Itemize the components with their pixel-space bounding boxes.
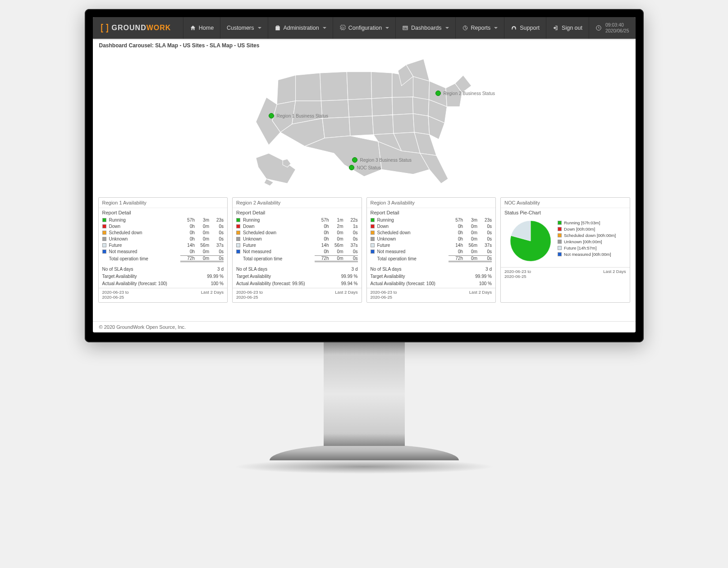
- panel-region2: Region 2 AvailabilityReport Detail Runni…: [232, 197, 362, 303]
- status-swatch: [102, 231, 106, 235]
- panels-row: Region 1 AvailabilityReport Detail Runni…: [93, 195, 636, 306]
- us-map: Region 1 Business Status Region 2 Busine…: [93, 51, 636, 195]
- nav-configuration[interactable]: Configuration: [333, 17, 395, 39]
- legend-swatch: [558, 246, 562, 250]
- date-range: 2020-06-23 to 2020-06-25: [102, 290, 129, 300]
- detail-row-future: Future 14h56m37s: [371, 242, 492, 248]
- status-swatch: [371, 243, 375, 247]
- kv-actual: Actual Availability (forecast: 100)100 %: [371, 280, 492, 287]
- breadcrumb: Dashboard Carousel: SLA Map - US Sites -…: [93, 39, 636, 51]
- detail-row-running: Running 57h3m23s: [371, 217, 492, 223]
- noc-legend: Running [57h:03m]Down [00h:00m]Scheduled…: [558, 218, 623, 264]
- status-swatch: [371, 218, 375, 222]
- panel-title: NOC Availability: [501, 198, 630, 208]
- clock: 09:03:402020/06/25: [589, 17, 636, 39]
- map-pin-region2[interactable]: Region 2 Business Status: [435, 91, 495, 96]
- panel-title: Region 2 Availability: [233, 198, 362, 208]
- date-range: 2020-06-23 to 2020-06-25: [236, 290, 263, 300]
- status-swatch: [236, 243, 240, 247]
- status-swatch: [236, 250, 240, 254]
- map-pin-region1[interactable]: Region 1 Business Status: [269, 113, 329, 118]
- nav-reports[interactable]: Reports: [455, 17, 504, 39]
- status-swatch: [236, 224, 240, 228]
- panel-title: Region 3 Availability: [367, 198, 496, 208]
- detail-row-scheduled: Scheduled down 0h0m0s: [236, 229, 358, 236]
- detail-row-unknown: Unknown 0h0m0s: [371, 236, 492, 242]
- status-swatch: [236, 218, 240, 222]
- noc-subtitle: Status Pie-Chart: [504, 210, 626, 215]
- clipboard-icon: [275, 25, 281, 31]
- panel-title: Region 1 Availability: [99, 198, 228, 208]
- status-dot-icon: [349, 165, 354, 170]
- detail-row-scheduled: Scheduled down 0h0m0s: [371, 229, 492, 236]
- nav-customers[interactable]: Customers: [220, 17, 267, 39]
- chevron-down-icon: [323, 27, 326, 29]
- report-detail-heading: Report Detail: [102, 210, 224, 215]
- chevron-down-icon: [494, 27, 498, 29]
- detail-row-running: Running 57h3m23s: [102, 217, 224, 223]
- date-range-label: Last 2 Days: [201, 290, 224, 300]
- legend-item: Future [14h:57m]: [558, 245, 623, 250]
- detail-row-total: Total operation time 72h 0m 0s: [102, 254, 224, 263]
- status-dot-icon: [352, 157, 357, 163]
- kv-sla-days: No of SLA days3 d: [102, 265, 224, 273]
- reports-icon: [462, 25, 468, 31]
- gears-icon: [339, 25, 346, 31]
- kv-target: Target Availability99.99 %: [371, 273, 492, 280]
- legend-item: Running [57h:03m]: [558, 220, 623, 225]
- report-detail-heading: Report Detail: [236, 210, 358, 215]
- status-swatch: [371, 231, 375, 235]
- kv-actual: Actual Availability (forecast: 99.95)99.…: [236, 280, 358, 287]
- panel-noc: NOC Availability Status Pie-Chart Runnin…: [500, 197, 630, 303]
- status-swatch: [236, 237, 240, 241]
- panel-region1: Region 1 AvailabilityReport Detail Runni…: [98, 197, 228, 303]
- clock-icon: [595, 25, 602, 31]
- detail-row-future: Future 14h56m37s: [236, 242, 358, 248]
- detail-row-total: Total operation time 72h 0m 0s: [236, 254, 358, 263]
- nav-support[interactable]: Support: [504, 17, 546, 39]
- detail-row-scheduled: Scheduled down 0h0m0s: [102, 229, 224, 236]
- detail-row-unknown: Unknown 0h0m0s: [236, 236, 358, 242]
- legend-item: Unknown [00h:00m]: [558, 239, 623, 244]
- date-range-label: Last 2 Days: [603, 269, 626, 279]
- top-nav: [ ] GROUNDWORK Home Customers Administra…: [93, 17, 636, 39]
- chevron-down-icon: [385, 27, 389, 29]
- legend-item: Scheduled down [00h:00m]: [558, 233, 623, 238]
- nav-administration[interactable]: Administration: [268, 17, 333, 39]
- kv-target: Target Availability99.99 %: [236, 273, 358, 280]
- legend-swatch: [558, 252, 562, 256]
- status-swatch: [371, 224, 375, 228]
- detail-row-notmeasured: Not measured 0h0m0s: [102, 248, 224, 254]
- nav-signout[interactable]: Sign out: [546, 17, 589, 39]
- date-range: 2020-06-23 to 2020-06-25: [504, 269, 531, 279]
- detail-row-future: Future 14h56m37s: [102, 242, 224, 248]
- detail-row-unknown: Unknown 0h0m0s: [102, 236, 224, 242]
- status-swatch: [371, 250, 375, 254]
- status-swatch: [102, 237, 106, 241]
- date-range-label: Last 2 Days: [335, 290, 357, 300]
- status-swatch: [236, 231, 240, 235]
- nav-home[interactable]: Home: [183, 17, 220, 39]
- status-swatch: [102, 224, 106, 228]
- status-swatch: [102, 250, 106, 254]
- map-pin-noc[interactable]: NOC Status: [349, 165, 381, 170]
- detail-row-down: Down 0h0m0s: [102, 223, 224, 229]
- nav-dashboards[interactable]: Dashboards: [395, 17, 455, 39]
- map-pin-region3[interactable]: Region 3 Business Status: [352, 157, 412, 163]
- detail-row-notmeasured: Not measured 0h0m0s: [371, 248, 492, 254]
- detail-row-total: Total operation time 72h 0m 0s: [371, 254, 492, 263]
- logo: [ ] GROUNDWORK: [93, 17, 179, 39]
- date-range-label: Last 2 Days: [469, 290, 492, 300]
- detail-row-running: Running 57h1m22s: [236, 217, 358, 223]
- report-detail-heading: Report Detail: [371, 210, 492, 215]
- kv-sla-days: No of SLA days3 d: [371, 265, 492, 273]
- detail-row-down: Down 0h2m1s: [236, 223, 358, 229]
- status-dot-icon: [435, 91, 441, 96]
- date-range: 2020-06-23 to 2020-06-25: [371, 290, 397, 300]
- kv-sla-days: No of SLA days3 d: [236, 265, 358, 273]
- signout-icon: [553, 25, 559, 31]
- page-footer: © 2020 GroundWork Open Source, Inc.: [93, 321, 636, 332]
- legend-item: Not measured [00h:00m]: [558, 252, 623, 257]
- legend-item: Down [00h:00m]: [558, 227, 623, 232]
- legend-swatch: [558, 233, 562, 237]
